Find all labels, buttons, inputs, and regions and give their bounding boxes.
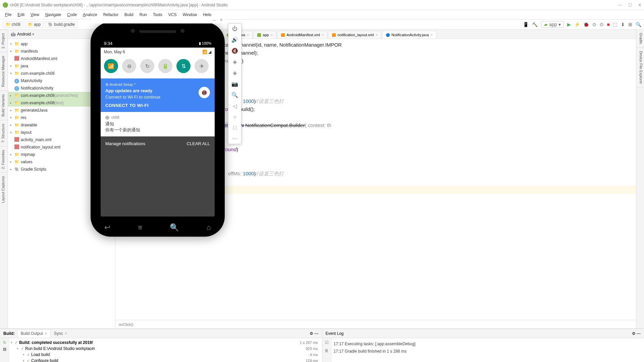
emu-side-button[interactable]: □ [233,125,236,131]
build-hide-icon[interactable]: — [315,331,319,336]
gear-icon: ⚙ [105,82,109,86]
hammer-icon[interactable]: 🔨 [532,22,538,27]
menu-edit[interactable]: Edit [14,12,28,17]
emu-rotate-toggle[interactable]: ↻ [140,59,154,73]
emu-side-button[interactable]: ⏻ [232,26,237,32]
emu-side-button[interactable]: 📷 [231,81,238,87]
build-settings-icon[interactable]: ⚙ [310,331,313,336]
build-panel: Build: Build Output × Sync × ⚙ — ↻ ⊟ ▾✓B… [0,329,322,362]
bottom-panels: Build: Build Output × Sync × ⚙ — ↻ ⊟ ▾✓B… [0,328,644,362]
editor-tab[interactable]: 🟩app × [253,31,276,39]
build-label: Build: [3,331,15,336]
build-row[interactable]: ▾✓Configure build128 ms [11,358,321,362]
emu-app-notification[interactable]: ch08 通知 你有一个新的通知 [101,112,215,136]
breadcrumb-root[interactable]: 📁ch08 [3,21,23,28]
breadcrumb-app[interactable]: 📁app [25,21,44,28]
emu-recents-button[interactable]: ≡ [138,223,142,232]
run-config-selector[interactable]: ▰app ▾ [541,21,564,28]
emu-back-button[interactable]: ↩ [104,223,110,232]
emu-side-button[interactable]: 🔍 [231,92,238,98]
emu-minimize-button[interactable]: — [213,18,216,22]
emu-wifi-toggle[interactable]: 📶 [104,59,118,73]
menu-view[interactable]: View [28,12,42,17]
rerun-icon[interactable]: ↻ [3,340,6,345]
emu-battery-toggle[interactable]: 🔋 [158,59,172,73]
left-vertical-tabs: 1: Project Resource Manager Build Varian… [0,29,8,328]
emu-side-button[interactable]: ◈ [233,59,237,65]
device-icon[interactable]: 📱 [523,22,529,27]
build-tab-sync[interactable]: Sync × [51,330,70,337]
eventlog-check-icon[interactable]: ☑ [325,340,329,345]
project-view-selector[interactable]: Android [17,32,31,37]
vtab-layout-captures[interactable]: Layout Captures [0,172,8,206]
editor-tab[interactable]: 🟧notification_layout.xml × [328,31,381,39]
emu-search-button[interactable]: 🔍 [170,223,179,232]
emu-notification-footer: Manage notifications CLEAR ALL [101,136,215,151]
search-button[interactable]: 🔍 [636,22,641,27]
vtab-device-file-explorer[interactable]: Device File Explorer [636,48,644,87]
eventlog-trash-icon[interactable]: 🗑 [325,348,329,353]
eventlog-title: Event Log [326,331,344,336]
emulator-window[interactable]: 9:34 ▮ 100% Mon, May 6 📶 ◢ 📶 ⊖ ↻ 🔋 ⇅ ✈ ⚙… [91,22,225,237]
eventlog-hide-icon[interactable]: — [637,331,641,336]
structure-button[interactable]: ⊞ [628,22,632,27]
minimize-button[interactable]: — [618,3,622,7]
vtab-build-variants[interactable]: Build Variants [0,90,8,120]
run-button[interactable]: ▶ [567,22,571,27]
android-icon: 🤖 [11,32,16,37]
manage-notifications-button[interactable]: Manage notifications [105,141,145,146]
emu-side-button[interactable]: ⋯ [232,135,237,142]
breadcrumb-file[interactable]: 🐘build.gradle [45,21,78,28]
emu-side-button[interactable]: ◈ [233,70,237,76]
debug-button[interactable]: 🐞 [583,22,589,27]
emu-status-bar: 9:34 ▮ 100% [101,39,215,48]
emu-clock: 9:34 [104,41,112,46]
maximize-button[interactable]: ☐ [628,3,632,7]
emu-quick-date: Mon, May 6 📶 ◢ [101,48,215,56]
sdkmanager-button[interactable]: ⬇ [621,22,625,27]
android-icon: ▰ [544,22,548,27]
clear-all-button[interactable]: CLEAR ALL [187,141,210,146]
emu-side-button[interactable]: 🔇 [231,48,238,54]
eventlog-settings-icon[interactable]: ⚙ [632,331,636,336]
build-row[interactable]: ▾✓Load build4 ms [11,352,321,358]
build-row[interactable]: ▾✓Build: completed successfully at 2019/… [11,340,321,346]
menu-file[interactable]: File [2,12,14,17]
menu-navigate[interactable]: Navigate [42,12,64,17]
build-header: Build: Build Output × Sync × ⚙ — [0,329,322,338]
window-titlebar: ch08 [E:\Android Studio workplace\ch08] … [0,0,644,10]
editor-tab[interactable]: 🟧AndroidManifest.xml × [277,31,327,39]
emu-close-button[interactable]: ✕ [220,18,223,22]
emu-side-button[interactable]: ◁ [233,103,237,109]
profiler-button[interactable]: ⊙ [592,22,596,27]
emu-system-notification[interactable]: ⚙ Android Setup ^ 📵 App updates are read… [101,78,215,112]
emu-quick-toggles: 📶 ⊖ ↻ 🔋 ⇅ ✈ [101,56,215,78]
filter-icon[interactable]: ⊟ [3,347,6,352]
emu-side-button[interactable]: 🔊 [231,37,238,43]
avdmanager-button[interactable]: ⬚ [613,22,618,27]
attach-debugger-button[interactable]: ⊙ [600,22,604,27]
vtab-favorites[interactable]: 2: Favorites [0,146,8,172]
build-tab-output[interactable]: Build Output × [17,329,51,338]
build-tree[interactable]: ▾✓Build: completed successfully at 2019/… [9,338,322,362]
stop-button[interactable]: ■ [607,22,610,27]
emu-dnd-toggle[interactable]: ⊖ [122,59,136,73]
menu-code[interactable]: Code [64,12,80,17]
editor-tab[interactable]: 🔵NotificationActivity.java × [382,31,436,39]
vtab-gradle[interactable]: Gradle [636,29,644,48]
emu-airplane-toggle[interactable]: ✈ [195,59,209,73]
emu-home-button[interactable]: ⌂ [207,223,211,232]
editor-breadcrumb[interactable]: onClick() [115,320,636,328]
vtab-structure[interactable]: 7: Structure [0,120,8,146]
close-button[interactable]: ✕ [638,3,641,7]
android-studio-icon [3,2,8,8]
emu-data-toggle[interactable]: ⇅ [176,59,191,73]
vtab-resource-manager[interactable]: Resource Manager [0,52,8,90]
window-title: ch08 [E:\Android Studio workplace\ch08] … [10,3,228,7]
emu-side-button[interactable]: ○ [233,114,236,120]
build-gutter: ↻ ⊟ [0,338,9,362]
build-row[interactable]: ▾✓Run build E:\Android Studio workplace\… [11,346,321,352]
vtab-project[interactable]: 1: Project [0,29,8,52]
apply-changes-button[interactable]: ⚡ [574,22,580,27]
connect-wifi-button[interactable]: CONNECT TO WI-FI [105,103,210,108]
